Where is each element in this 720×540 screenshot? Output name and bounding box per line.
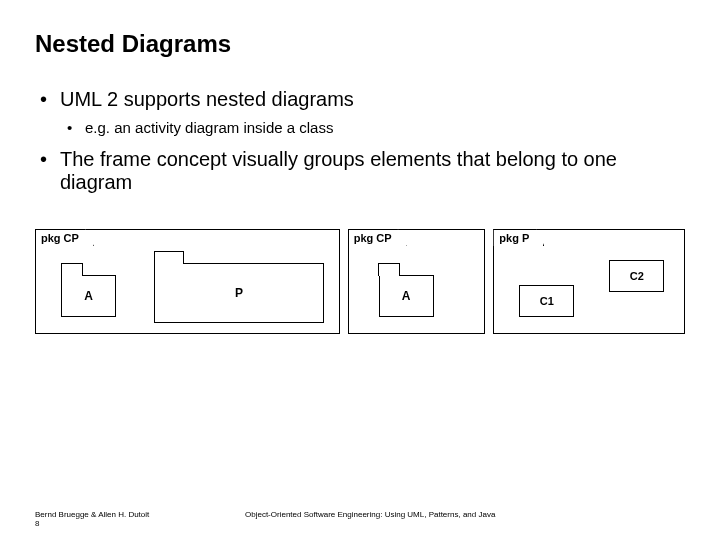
class-c1: C1: [519, 285, 574, 317]
bullet-1a: e.g. an activity diagram inside a class: [85, 119, 685, 136]
frame-pkg-p: pkg P C1 C2: [493, 229, 685, 334]
diagram-row: pkg CP A P pkg CP A pkg P C1 C2: [35, 229, 685, 334]
bullet-2: The frame concept visually groups elemen…: [60, 148, 685, 194]
frame-tab: pkg CP: [35, 229, 94, 246]
package-tab-icon: [154, 251, 184, 264]
footer-book: Object-Oriented Software Engineering: Us…: [235, 510, 685, 528]
package-a: A: [379, 275, 434, 317]
class-c2: C2: [609, 260, 664, 292]
package-p: P: [154, 263, 324, 323]
footer: Bernd Bruegge & Allen H. Dutoit 8 Object…: [35, 510, 685, 528]
frame-pkg-cp-1: pkg CP A P: [35, 229, 340, 334]
footer-left: Bernd Bruegge & Allen H. Dutoit 8: [35, 510, 235, 528]
package-label: P: [235, 286, 243, 300]
package-label: A: [402, 289, 411, 303]
slide-title: Nested Diagrams: [35, 30, 685, 58]
frame-tab: pkg P: [493, 229, 544, 246]
class-label: C2: [630, 270, 644, 282]
frame-tab: pkg CP: [348, 229, 407, 246]
bullet-list: UML 2 supports nested diagrams e.g. an a…: [35, 88, 685, 194]
bullet-1: UML 2 supports nested diagrams: [60, 88, 685, 111]
package-a: A: [61, 275, 116, 317]
footer-authors: Bernd Bruegge & Allen H. Dutoit: [35, 510, 235, 519]
package-tab-icon: [61, 263, 83, 276]
package-tab-icon: [378, 263, 400, 276]
frame-pkg-cp-2: pkg CP A: [348, 229, 486, 334]
class-label: C1: [540, 295, 554, 307]
footer-page: 8: [35, 519, 235, 528]
package-label: A: [84, 289, 93, 303]
